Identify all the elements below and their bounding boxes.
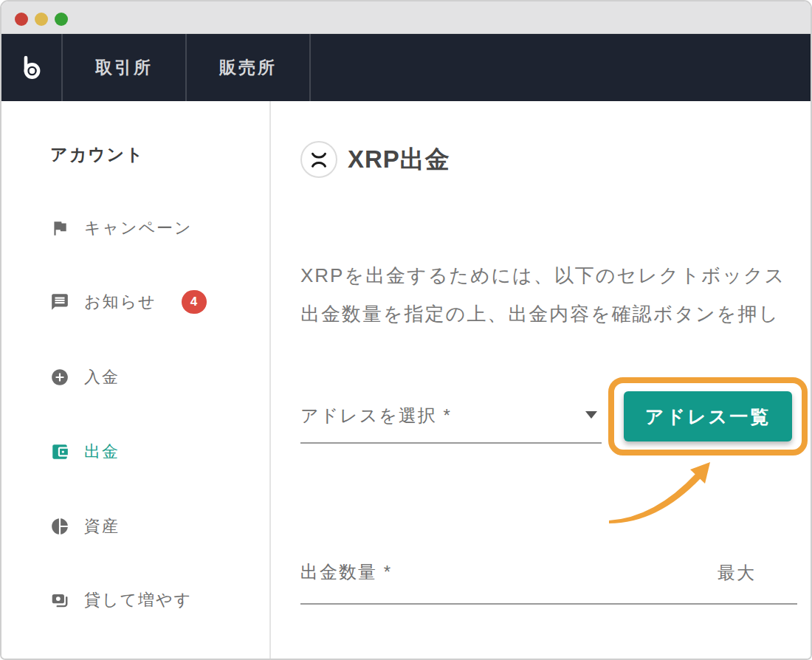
tab-exchange[interactable]: 取引所 xyxy=(63,34,185,101)
banknote-stack-icon xyxy=(50,591,69,610)
sidebar-item-lending[interactable]: 貸して増やす xyxy=(50,585,192,615)
navbar-divider xyxy=(309,34,311,101)
bitbank-logo[interactable] xyxy=(1,34,61,101)
withdraw-description: XRPを出金するためには、以下のセレクトボックス 出金数量を指定の上、出金内容を… xyxy=(300,256,785,333)
sidebar-section-title: アカウント xyxy=(50,143,145,166)
sidebar-item-label: キャンペーン xyxy=(84,217,193,239)
pie-chart-icon xyxy=(50,517,69,536)
withdraw-amount-input[interactable]: 出金数量 * 最大 xyxy=(300,557,797,605)
page-title: XRP出金 xyxy=(348,143,450,176)
close-window-button[interactable] xyxy=(15,13,28,26)
sidebar-item-withdraw[interactable]: 出金 xyxy=(50,437,120,467)
sidebar-item-assets[interactable]: 資産 xyxy=(50,512,120,541)
annotation-arrow-icon xyxy=(605,456,726,526)
sidebar-item-deposit[interactable]: 入金 xyxy=(50,362,120,392)
maximize-window-button[interactable] xyxy=(55,13,68,26)
description-line-1: XRPを出金するためには、以下のセレクトボックス xyxy=(300,256,785,295)
withdraw-amount-label: 出金数量 * xyxy=(300,560,392,584)
xrp-logo-icon xyxy=(300,141,337,178)
tab-sales-office[interactable]: 販売所 xyxy=(187,34,309,101)
caret-down-icon xyxy=(585,411,597,419)
deposit-plus-circle-icon xyxy=(50,368,69,387)
sidebar-item-label: 出金 xyxy=(84,441,120,463)
sidebar-item-label: 貸して増やす xyxy=(84,589,192,611)
sidebar-item-label: お知らせ xyxy=(84,291,156,313)
description-line-2: 出金数量を指定の上、出金内容を確認ボタンを押し xyxy=(300,295,785,333)
minimize-window-button[interactable] xyxy=(35,13,48,26)
top-navbar: 取引所 販売所 xyxy=(1,34,811,101)
annotation-highlight-box: アドレス一覧 xyxy=(608,377,808,456)
address-select[interactable]: アドレスを選択 * xyxy=(300,402,602,444)
window-titlebar xyxy=(1,1,811,34)
bitbank-b-logo-icon xyxy=(16,52,48,84)
withdraw-main-panel: XRP出金 XRPを出金するためには、以下のセレクトボックス 出金数量を指定の上… xyxy=(271,101,811,659)
browser-window: 取引所 販売所 アカウント キャンペーン お知らせ 4 xyxy=(0,0,812,660)
max-amount-button[interactable]: 最大 xyxy=(713,560,760,585)
flag-icon xyxy=(50,219,69,238)
sidebar-item-campaign[interactable]: キャンペーン xyxy=(50,213,193,243)
sidebar-item-label: 資産 xyxy=(84,515,120,537)
address-select-label: アドレスを選択 * xyxy=(300,404,452,427)
page-header: XRP出金 xyxy=(300,141,450,178)
sidebar-item-notices[interactable]: お知らせ 4 xyxy=(50,287,207,317)
chat-bubble-icon xyxy=(50,292,69,312)
wallet-icon xyxy=(50,442,69,461)
address-list-button[interactable]: アドレス一覧 xyxy=(624,391,792,441)
notification-count-badge: 4 xyxy=(182,290,207,314)
account-sidebar: アカウント キャンペーン お知らせ 4 入金 xyxy=(1,101,271,659)
sidebar-item-label: 入金 xyxy=(84,366,120,388)
